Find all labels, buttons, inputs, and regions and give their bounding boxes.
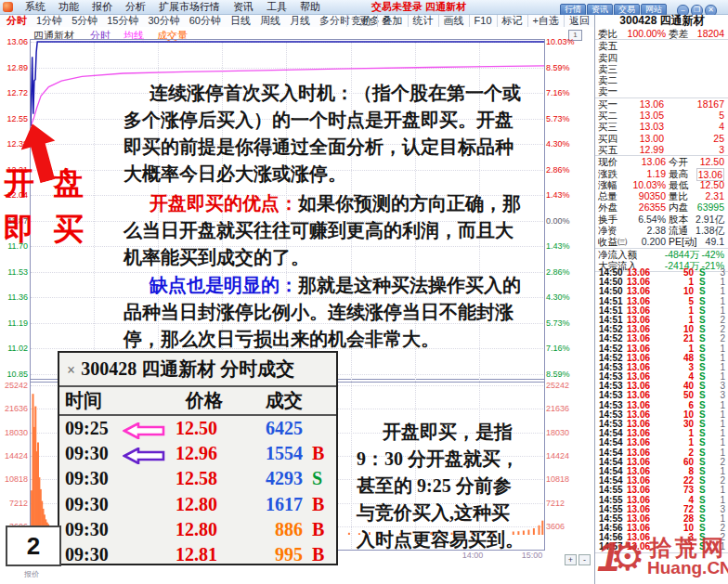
tool-button[interactable]: 画线: [438, 15, 469, 27]
pct-axis-label: 2.86%: [546, 165, 591, 175]
menu-item[interactable]: 功能: [58, 0, 79, 14]
menu-item[interactable]: 工具: [266, 0, 287, 14]
price-axis-label: 13.06: [0, 37, 28, 46]
quote-label: 换手: [598, 214, 618, 225]
period-tab[interactable]: 15分钟: [107, 15, 138, 27]
zoom-button[interactable]: +: [565, 554, 577, 565]
tool-button[interactable]: 统计: [408, 15, 438, 27]
tool-button[interactable]: +自选: [527, 15, 564, 27]
tool-button[interactable]: 返回: [564, 15, 594, 27]
bid-label: 卖三: [598, 63, 618, 74]
annotation-text: 大概率今日必大涨或涨停。: [124, 163, 346, 184]
period-tabs: 分时1分钟5分钟15分钟30分钟60分钟日线周线月线多分时更多 >: [2, 15, 393, 27]
deal-table-title-text: 300428 四通新材 分时成交: [81, 358, 294, 379]
deal-direction: S: [312, 466, 322, 491]
table-row: 09:3012.961554B: [59, 441, 336, 466]
pct-axis-label: 5.73%: [546, 114, 591, 123]
tick-list[interactable]: 14:5013.0650S314:5013.061S114:5013.0610S…: [595, 268, 728, 552]
stock-title: 300428 四通新材: [594, 15, 728, 27]
annotation-line: 入时点更容易买到。: [357, 526, 524, 553]
bid-label: 卖一: [598, 85, 618, 97]
tool-buttons: 竞价叠加统计画线F10标记+自选返回: [346, 15, 594, 27]
quote-value: 26355: [618, 201, 666, 213]
quote-value: 12.50: [700, 179, 724, 190]
menu-item[interactable]: 系统: [25, 0, 46, 14]
annotation-paragraph-2: 开盘即买的优点：如果你预测的方向正确，那么当日开盘就买往往可赚到更高的利润，而且…: [124, 190, 521, 271]
period-tab[interactable]: 1分钟: [36, 15, 62, 27]
tool-button[interactable]: 标记: [497, 15, 527, 27]
tool-button[interactable]: 叠加: [377, 15, 408, 27]
menu-item[interactable]: 扩展市场行情: [159, 0, 220, 14]
tick-volume: 1: [653, 306, 694, 316]
quote-value: 6.54%: [618, 214, 666, 225]
menu-item[interactable]: 帮助: [300, 0, 320, 14]
tick-count: 2: [720, 334, 725, 344]
tick-row: 14:5213.0621S2: [595, 334, 728, 344]
tick-volume: 73: [653, 486, 694, 495]
watermark-domain: Huang.CN: [647, 558, 728, 578]
period-tab[interactable]: 月线: [290, 15, 310, 27]
table-row: 09:3012.80886B: [59, 517, 336, 542]
tool-button[interactable]: 竞价: [346, 15, 377, 27]
menu-item[interactable]: 报价: [92, 0, 112, 14]
quote-label: 量比: [669, 190, 688, 201]
annotation-text: 连续涨停首次买入时机：（指个股在第一个或: [150, 83, 521, 103]
pct-axis-label: 1.43%: [546, 190, 591, 200]
deal-direction: B: [312, 492, 324, 517]
deal-table-header: 时间: [65, 387, 102, 414]
menu-item[interactable]: 资讯: [233, 0, 254, 14]
tick-time: 14:55: [599, 486, 623, 495]
annotation-line: 开盘即买的优点：如果你预测的方向正确，那: [124, 190, 521, 217]
volume-axis-label: 14424: [546, 451, 591, 461]
tick-volume: 1: [653, 438, 694, 448]
price-axis-label: 12.89: [0, 63, 28, 72]
tool-button[interactable]: F10: [469, 15, 497, 27]
volume-axis-label: 14424: [0, 451, 28, 461]
bid-label: 卖四: [598, 52, 618, 63]
flow-value: -4844万: [644, 249, 699, 260]
flow-label: 净流入额: [598, 249, 637, 260]
quote-value: 0.200: [618, 236, 666, 247]
annotation-line: 连续涨停首次买入时机：（指个股在第一个或: [124, 80, 521, 107]
annotation-text: 停，那么次日亏损出来的机会非常大。: [124, 329, 439, 349]
tick-volume: 21: [653, 334, 694, 344]
deal-table-header: 成交: [236, 387, 303, 414]
annotation-text: 即买的前提是你得通过全面分析，认定目标品种: [124, 136, 514, 157]
period-tab[interactable]: 分时: [6, 15, 27, 27]
tick-volume: 50: [653, 391, 694, 400]
annotation-line: 么当日开盘就买往往可赚到更高的利润，而且大: [124, 217, 521, 244]
period-tab[interactable]: 30分钟: [149, 15, 180, 27]
bid-volume: 4: [719, 121, 724, 132]
menu-item[interactable]: 分析: [125, 0, 146, 14]
quote-label: 涨幅: [598, 179, 618, 190]
quote-row: 净流入额-4844万-42%: [595, 249, 728, 260]
volume-axis-label: 7212: [0, 499, 28, 508]
period-tab[interactable]: 日线: [230, 15, 251, 27]
quote-value: 2.31: [706, 190, 724, 201]
annotation-paragraph-3: 缺点也是明显的：那就是这种买法操作买入的品种当日封涨停比例小。连续涨停当日不能封…: [124, 272, 521, 353]
deal-volume: 995: [236, 542, 303, 567]
quote-row: 买一13.0618167: [595, 98, 728, 110]
close-icon[interactable]: ×: [67, 362, 75, 378]
deal-volume: 4293: [236, 466, 303, 491]
period-tab[interactable]: 周线: [260, 15, 280, 27]
menu-bar: 系统功能报价分析扩展市场行情资讯工具帮助 交易未登录 四通新材 行情资讯交易网站…: [0, 0, 728, 15]
quote-label: 外盘: [598, 201, 618, 213]
period-tab[interactable]: 5分钟: [72, 15, 98, 27]
deal-price: 12.58: [156, 466, 217, 491]
price-axis-label: 12.55: [0, 114, 28, 123]
deal-price: 12.50: [156, 416, 217, 441]
annotation-lead: 缺点也是明显的：: [150, 275, 298, 295]
chart-tab[interactable]: 报价: [24, 569, 39, 579]
period-tab[interactable]: 60分钟: [189, 15, 221, 27]
annotation-line: 停，那么次日亏损出来的机会非常大。: [124, 326, 521, 353]
annotation-line: 品种当日封涨停比例小。连续涨停当日不能封涨: [124, 299, 521, 326]
quote-panel: 委比100.00%委差18204卖五卖四卖三卖二卖一买一13.0618167买二…: [594, 27, 728, 584]
tick-volume: 5: [653, 297, 694, 306]
tick-direction: S: [699, 486, 706, 495]
quote-value: 90350: [618, 190, 666, 201]
zoom-button[interactable]: -: [578, 554, 591, 565]
annotation-text: 机率能买到成交的了。: [124, 247, 309, 267]
flow-percent: -42%: [701, 249, 724, 260]
price-axis-label: 11.53: [0, 267, 28, 277]
